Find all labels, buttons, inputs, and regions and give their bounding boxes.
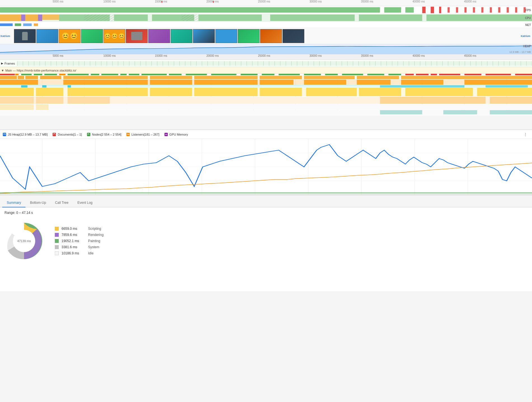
svg-rect-83: [0, 79, 532, 80]
svg-rect-63: [389, 74, 401, 75]
tab-summary[interactable]: Summary: [2, 198, 25, 207]
svg-rect-36: [15, 23, 21, 26]
svg-rect-52: [142, 74, 167, 75]
svg-rect-77: [150, 76, 192, 79]
svg-rect-79: [260, 76, 302, 79]
svg-rect-49: [101, 74, 118, 75]
svg-rect-9: [464, 7, 467, 13]
svg-rect-125: [0, 97, 34, 104]
legend-gpu[interactable]: GPU Memory: [164, 132, 188, 137]
legend-documents-label: Documents[1 – 1]: [58, 133, 82, 136]
frames-toggle[interactable]: ▶ Frames: [1, 62, 15, 65]
svg-rect-65: [416, 74, 429, 75]
legend-listeners[interactable]: Listeners[181 – 267]: [126, 132, 159, 137]
painting-label: Painting: [88, 239, 100, 243]
screenshot-thumb-1[interactable]: [14, 29, 36, 43]
tick2-40000: 40000 ms: [413, 54, 425, 57]
tick2-30000: 30000 ms: [309, 54, 322, 57]
tick2-35000: 35000 ms: [361, 54, 373, 57]
svg-rect-31: [84, 15, 114, 21]
legend-menu[interactable]: ⋮: [521, 132, 530, 137]
summary-content: 47139 ms 6659.0 ms Scripting 7859.6 ms R…: [4, 219, 528, 263]
svg-rect-82: [401, 76, 532, 79]
svg-rect-122: [405, 88, 473, 96]
svg-rect-127: [68, 97, 110, 104]
heap-label: HEAP: [523, 45, 531, 48]
painting-ms: 19052.1 ms: [62, 239, 85, 243]
svg-rect-112: [486, 85, 528, 88]
system-label: System: [88, 245, 99, 249]
heap-range: 12.9 MB – 13.7 MB: [509, 51, 531, 53]
svg-rect-100: [194, 80, 257, 85]
svg-rect-34: [0, 22, 532, 28]
svg-rect-51: [129, 74, 139, 75]
svg-rect-111: [380, 85, 465, 88]
svg-rect-20: [25, 15, 38, 21]
svg-rect-106: [0, 85, 532, 85]
scripting-ms: 6659.0 ms: [62, 227, 85, 231]
svg-rect-81: [357, 76, 399, 79]
tick2-10000: 10000 ms: [103, 54, 116, 57]
screenshot-thumb-7[interactable]: [148, 29, 170, 43]
svg-rect-2: [384, 7, 401, 13]
svg-rect-4: [422, 7, 426, 13]
tick2-15000: 15000 ms: [155, 54, 167, 57]
svg-rect-74: [25, 76, 38, 79]
legend-listeners-label: Listeners[181 – 267]: [131, 133, 159, 136]
memory-chart[interactable]: [0, 139, 532, 195]
svg-rect-134: [0, 116, 532, 121]
svg-rect-53: [169, 74, 182, 75]
tab-bottom-up[interactable]: Bottom-Up: [25, 198, 50, 207]
svg-rect-10: [473, 7, 475, 13]
screenshot-thumb-4[interactable]: [81, 29, 103, 43]
tick-5000: 5000 ms: [53, 0, 63, 3]
svg-rect-75: [40, 76, 61, 79]
tab-event-log[interactable]: Event Log: [73, 198, 97, 207]
svg-rect-138: [490, 110, 532, 114]
screenshot-thumb-11[interactable]: [238, 29, 260, 43]
svg-rect-14: [507, 7, 509, 13]
fps-label: FPS: [526, 8, 531, 11]
tick2-25000: 25000 ms: [258, 54, 270, 57]
svg-rect-5: [431, 7, 434, 13]
svg-rect-97: [0, 80, 38, 85]
screenshot-thumb-3[interactable]: 😊😊: [59, 29, 81, 43]
legend-js-heap-label: JS Heap[12.9 MB – 13.7 MB]: [8, 133, 48, 136]
idle-ms: 10186.9 ms: [62, 251, 85, 255]
tick-40000: 40000 ms: [413, 0, 425, 3]
screenshot-thumb-6[interactable]: [126, 29, 148, 43]
katrium-left: Katrium: [1, 35, 10, 37]
screenshots-row: Katrium 😊😊: [0, 28, 532, 44]
screenshot-thumb-8[interactable]: [171, 29, 192, 43]
flame-chart[interactable]: [0, 74, 532, 130]
screenshot-thumb-13[interactable]: [283, 29, 304, 43]
svg-rect-59: [304, 74, 321, 75]
tab-call-tree[interactable]: Call Tree: [51, 198, 73, 207]
svg-rect-47: [68, 74, 89, 75]
legend-nodes[interactable]: Nodes[2 554 – 2 554]: [86, 132, 121, 137]
svg-rect-78: [194, 76, 257, 79]
screenshot-thumb-9[interactable]: [193, 29, 215, 43]
svg-rect-105: [464, 80, 532, 85]
screenshot-thumb-2[interactable]: [36, 29, 58, 43]
screenshot-thumb-12[interactable]: [260, 29, 282, 43]
frames-row: ▶ Frames: [0, 60, 532, 67]
legend-documents[interactable]: Documents[1 – 1]: [52, 132, 82, 137]
svg-rect-136: [380, 110, 422, 114]
rendering-ms: 7859.6 ms: [62, 233, 85, 237]
svg-rect-67: [439, 74, 460, 75]
svg-rect-55: [211, 74, 237, 75]
heap-row: HEAP 12.9 MB – 13.7 MB: [0, 44, 532, 54]
frames-chevron: ▶: [1, 62, 3, 65]
svg-rect-29: [359, 15, 422, 21]
svg-rect-137: [443, 110, 477, 114]
svg-rect-110: [68, 85, 71, 88]
svg-rect-44: [34, 74, 42, 75]
screenshot-thumb-10[interactable]: [215, 29, 237, 43]
legend-js-heap[interactable]: JS Heap[12.9 MB – 13.7 MB]: [2, 132, 48, 137]
svg-rect-129: [490, 97, 532, 104]
screenshot-thumb-5[interactable]: 😊😊😊: [103, 29, 125, 43]
svg-rect-28: [270, 15, 355, 21]
main-thread-toggle[interactable]: ▼: [1, 69, 4, 72]
frames-bar-area: [17, 61, 532, 66]
